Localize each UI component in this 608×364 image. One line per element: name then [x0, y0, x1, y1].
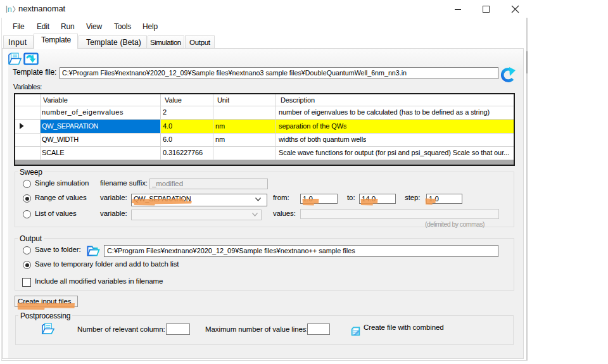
svg-text:n: n — [8, 5, 12, 13]
